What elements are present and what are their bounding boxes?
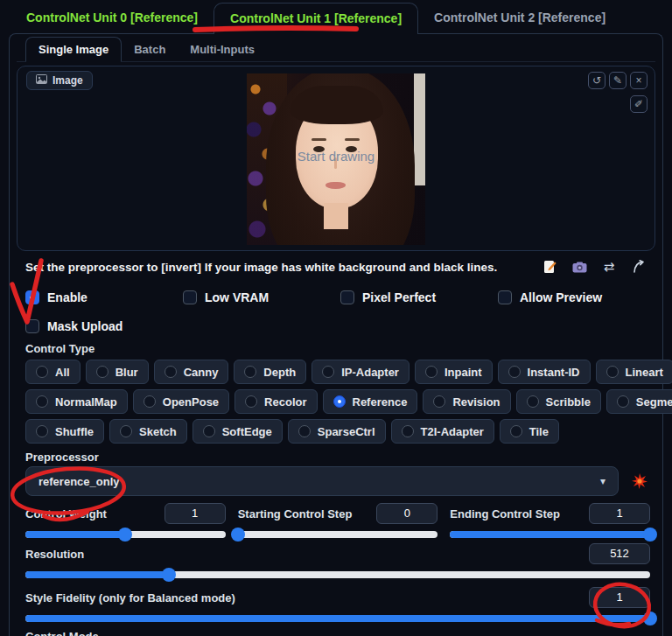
slider-thumb[interactable] [118,528,132,542]
input-mode-tabbar: Single Image Batch Multi-Inputs [17,38,655,62]
control-type-option-label: T2I-Adapter [421,425,484,438]
slider-thumb[interactable] [643,612,657,626]
tab-batch[interactable]: Batch [122,38,178,61]
uploaded-portrait-image[interactable]: Start drawing [247,73,425,245]
resolution-input[interactable]: 512 [589,543,650,564]
starting-step-slider[interactable] [238,531,438,538]
clear-icon[interactable]: × [630,72,648,89]
control-type-all[interactable]: All [25,360,80,384]
radio-icon [120,425,132,437]
draw-pen-icon[interactable]: ✐ [630,95,648,113]
style-fidelity-input[interactable]: 1 [589,587,650,608]
control-type-option-label: Shuffle [55,425,94,438]
pixel-perfect-label: Pixel Perfect [362,290,436,304]
ending-step-slider[interactable] [450,531,650,538]
control-weight-slider[interactable] [25,531,226,538]
undo-icon[interactable]: ↺ [588,72,606,89]
tab-single-image[interactable]: Single Image [25,37,122,62]
tab-controlnet-unit-0[interactable]: ControlNet Unit 0 [Reference] [10,3,214,33]
control-type-option-label: Canny [184,366,219,379]
control-type-openpose[interactable]: OpenPose [133,389,229,414]
mask-upload-row: Mask Upload [17,319,655,333]
radio-icon [144,395,156,408]
webcam-icon[interactable] [571,259,587,275]
allow-preview-checkbox[interactable] [498,290,512,304]
style-fidelity-slider[interactable] [25,615,650,622]
enable-checkbox[interactable] [25,290,39,304]
tab-multi-inputs[interactable]: Multi-Inputs [178,38,267,61]
control-mode-label: Control Mode [17,630,655,636]
control-type-revision[interactable]: Revision [423,389,510,414]
send-dimensions-icon[interactable] [631,259,647,275]
resolution-label: Resolution [25,548,84,561]
control-type-inpaint[interactable]: Inpaint [415,360,493,384]
control-type-row: NormalMap OpenPose Recolor Reference Rev… [25,389,655,414]
step-sliders-row: Control Weight 1 Starting Control Step 0… [17,503,655,538]
allow-preview-label: Allow Preview [520,290,602,304]
control-type-softedge[interactable]: SoftEdge [192,419,283,444]
explosion-icon[interactable] [629,471,650,492]
starting-step-group: Starting Control Step 0 [238,503,438,538]
starting-step-input[interactable]: 0 [376,503,438,524]
preprocessor-dropdown[interactable]: reference_only ▾ [25,466,619,496]
control-type-option-label: Reference [353,395,408,409]
control-type-reference-selected[interactable]: Reference [323,389,418,414]
control-type-option-label: IP-Adapter [341,366,399,379]
control-type-depth[interactable]: Depth [234,360,306,384]
mask-upload-checkbox[interactable] [25,319,39,333]
control-type-instant-id[interactable]: Instant-ID [498,360,591,384]
portrait-eyebrow [312,138,326,141]
control-type-t2i-adapter[interactable]: T2I-Adapter [391,419,494,444]
control-weight-input[interactable]: 1 [164,503,226,524]
control-type-canny[interactable]: Canny [154,360,229,384]
radio-icon [203,425,215,437]
control-type-lineart[interactable]: Lineart [596,360,672,384]
slider-thumb[interactable] [643,528,657,542]
pixel-perfect-checkbox[interactable] [340,290,354,304]
low-vram-checkbox[interactable] [183,290,197,304]
edit-icon[interactable]: ✎ [609,72,626,89]
slider-thumb[interactable] [231,528,245,542]
enable-label: Enable [47,290,88,304]
control-type-sketch[interactable]: Sketch [109,419,187,444]
radio-icon [425,366,438,378]
control-type-shuffle[interactable]: Shuffle [25,419,104,444]
tab-controlnet-unit-1[interactable]: ControlNet Unit 1 [Reference] [214,3,418,34]
preprocessor-label: Preprocessor [17,451,655,464]
radio-icon [617,395,629,408]
tab-controlnet-unit-2[interactable]: ControlNet Unit 2 [Reference] [418,3,621,33]
control-type-ip-adapter[interactable]: IP-Adapter [312,360,410,384]
starting-step-label: Starting Control Step [238,507,353,521]
portrait-eyebrow [345,138,360,141]
options-row: Enable Low VRAM Pixel Perfect Allow Prev… [17,290,655,304]
preprocessor-value: reference_only [38,475,600,488]
control-type-scribble[interactable]: Scribble [516,389,601,414]
control-type-sparsectrl[interactable]: SparseCtrl [288,419,386,444]
ending-step-input[interactable]: 1 [589,503,650,524]
image-toolbar: ↺ ✎ × [588,72,648,89]
controlnet-unit-tabbar: ControlNet Unit 0 [Reference] ControlNet… [0,0,672,33]
control-weight-group: Control Weight 1 [25,503,226,538]
control-type-option-label: Depth [263,366,296,379]
control-type-blur[interactable]: Blur [86,360,149,384]
control-weight-label: Control Weight [25,507,107,521]
photo-shirt-sliver [414,73,425,185]
swap-icon[interactable]: ⇄ [601,259,617,275]
new-canvas-icon[interactable] [542,259,557,275]
resolution-slider[interactable] [25,571,650,578]
portrait-lips [326,182,346,189]
slider-thumb[interactable] [162,568,176,582]
mask-upload-label: Mask Upload [47,319,122,333]
control-type-option-label: Tile [529,425,549,438]
control-type-option-label: SparseCtrl [318,425,375,438]
style-fidelity-group: Style Fidelity (only for Balanced mode) … [17,587,655,622]
control-type-normalmap[interactable]: NormalMap [25,389,128,414]
radio-selected-icon [333,395,346,408]
radio-icon [322,366,334,378]
control-type-option-label: Segmentation [636,395,672,409]
control-type-tile[interactable]: Tile [500,419,559,444]
control-type-recolor[interactable]: Recolor [234,389,317,414]
control-type-segmentation[interactable]: Segmentation [606,389,672,414]
image-chip: Image [26,71,93,90]
control-type-label: Control Type [17,342,655,355]
